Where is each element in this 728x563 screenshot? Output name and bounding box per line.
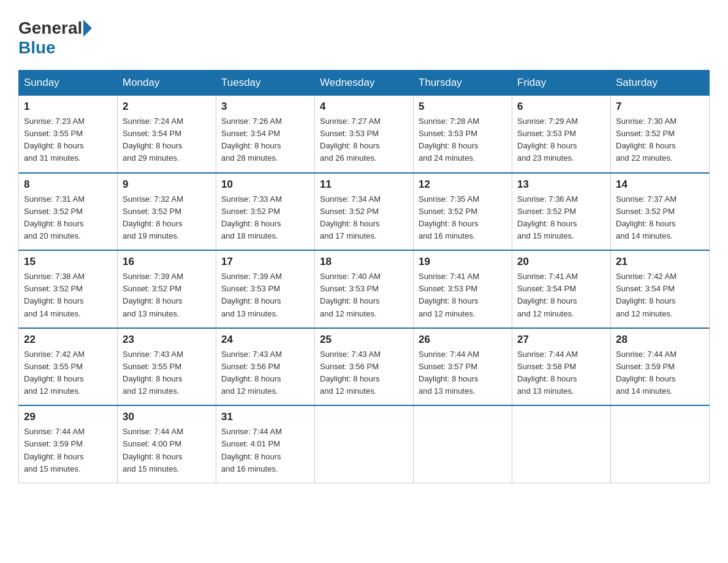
calendar-cell: 31 Sunrise: 7:44 AM Sunset: 4:01 PM Dayl… <box>216 405 315 483</box>
calendar-table: Sunday Monday Tuesday Wednesday Thursday… <box>18 70 710 483</box>
day-number: 23 <box>123 334 211 346</box>
calendar-cell: 13 Sunrise: 7:36 AM Sunset: 3:52 PM Dayl… <box>512 173 611 251</box>
day-number: 12 <box>419 178 507 191</box>
day-info: Sunrise: 7:44 AM Sunset: 4:00 PM Dayligh… <box>123 426 211 475</box>
calendar-cell: 4 Sunrise: 7:27 AM Sunset: 3:53 PM Dayli… <box>315 96 414 173</box>
logo-general-text: General <box>18 18 82 38</box>
calendar-cell: 24 Sunrise: 7:43 AM Sunset: 3:56 PM Dayl… <box>216 328 315 406</box>
day-number: 29 <box>24 411 112 423</box>
calendar-cell: 11 Sunrise: 7:34 AM Sunset: 3:52 PM Dayl… <box>315 173 414 251</box>
calendar-header: Sunday Monday Tuesday Wednesday Thursday… <box>19 71 710 96</box>
day-number: 31 <box>221 411 309 423</box>
day-number: 1 <box>24 101 112 113</box>
calendar-cell: 9 Sunrise: 7:32 AM Sunset: 3:52 PM Dayli… <box>118 173 216 251</box>
calendar-week-4: 22 Sunrise: 7:42 AM Sunset: 3:55 PM Dayl… <box>19 328 710 406</box>
day-info: Sunrise: 7:42 AM Sunset: 3:55 PM Dayligh… <box>24 348 112 398</box>
calendar-cell: 20 Sunrise: 7:41 AM Sunset: 3:54 PM Dayl… <box>512 250 611 328</box>
day-info: Sunrise: 7:33 AM Sunset: 3:52 PM Dayligh… <box>221 193 309 243</box>
page-header: General Blue <box>18 18 710 58</box>
calendar-cell: 30 Sunrise: 7:44 AM Sunset: 4:00 PM Dayl… <box>118 405 216 483</box>
calendar-cell: 28 Sunrise: 7:44 AM Sunset: 3:59 PM Dayl… <box>611 328 710 406</box>
day-info: Sunrise: 7:23 AM Sunset: 3:55 PM Dayligh… <box>24 115 112 165</box>
calendar-cell <box>512 405 611 483</box>
col-friday: Friday <box>512 71 611 96</box>
day-info: Sunrise: 7:28 AM Sunset: 3:53 PM Dayligh… <box>419 115 507 165</box>
day-info: Sunrise: 7:44 AM Sunset: 3:58 PM Dayligh… <box>517 348 605 398</box>
day-info: Sunrise: 7:32 AM Sunset: 3:52 PM Dayligh… <box>123 193 211 243</box>
day-info: Sunrise: 7:27 AM Sunset: 3:53 PM Dayligh… <box>320 115 408 165</box>
day-number: 16 <box>123 256 211 268</box>
header-row: Sunday Monday Tuesday Wednesday Thursday… <box>19 71 710 96</box>
calendar-cell: 2 Sunrise: 7:24 AM Sunset: 3:54 PM Dayli… <box>118 96 216 173</box>
day-number: 2 <box>123 101 211 113</box>
calendar-cell: 10 Sunrise: 7:33 AM Sunset: 3:52 PM Dayl… <box>216 173 315 251</box>
calendar-cell: 3 Sunrise: 7:26 AM Sunset: 3:54 PM Dayli… <box>216 96 315 173</box>
day-info: Sunrise: 7:41 AM Sunset: 3:54 PM Dayligh… <box>517 270 605 320</box>
day-number: 25 <box>320 334 408 346</box>
day-info: Sunrise: 7:26 AM Sunset: 3:54 PM Dayligh… <box>221 115 309 165</box>
calendar-cell: 5 Sunrise: 7:28 AM Sunset: 3:53 PM Dayli… <box>414 96 512 173</box>
day-number: 8 <box>24 178 112 191</box>
day-info: Sunrise: 7:39 AM Sunset: 3:52 PM Dayligh… <box>123 270 211 320</box>
day-number: 7 <box>616 101 704 113</box>
calendar-cell: 17 Sunrise: 7:39 AM Sunset: 3:53 PM Dayl… <box>216 250 315 328</box>
day-number: 13 <box>517 178 605 191</box>
day-info: Sunrise: 7:44 AM Sunset: 3:57 PM Dayligh… <box>419 348 507 398</box>
calendar-cell: 12 Sunrise: 7:35 AM Sunset: 3:52 PM Dayl… <box>414 173 512 251</box>
calendar-week-3: 15 Sunrise: 7:38 AM Sunset: 3:52 PM Dayl… <box>19 250 710 328</box>
calendar-week-2: 8 Sunrise: 7:31 AM Sunset: 3:52 PM Dayli… <box>19 173 710 251</box>
day-info: Sunrise: 7:35 AM Sunset: 3:52 PM Dayligh… <box>419 193 507 243</box>
day-info: Sunrise: 7:34 AM Sunset: 3:52 PM Dayligh… <box>320 193 408 243</box>
day-info: Sunrise: 7:31 AM Sunset: 3:52 PM Dayligh… <box>24 193 112 243</box>
day-number: 18 <box>320 256 408 268</box>
day-number: 11 <box>320 178 408 191</box>
calendar-cell: 6 Sunrise: 7:29 AM Sunset: 3:53 PM Dayli… <box>512 96 611 173</box>
calendar-cell: 23 Sunrise: 7:43 AM Sunset: 3:55 PM Dayl… <box>118 328 216 406</box>
day-number: 27 <box>517 334 605 346</box>
calendar-cell <box>315 405 414 483</box>
day-info: Sunrise: 7:44 AM Sunset: 3:59 PM Dayligh… <box>616 348 704 398</box>
day-number: 30 <box>123 411 211 423</box>
day-info: Sunrise: 7:30 AM Sunset: 3:52 PM Dayligh… <box>616 115 704 165</box>
day-info: Sunrise: 7:43 AM Sunset: 3:56 PM Dayligh… <box>320 348 408 398</box>
day-number: 4 <box>320 101 408 113</box>
day-info: Sunrise: 7:36 AM Sunset: 3:52 PM Dayligh… <box>517 193 605 243</box>
col-sunday: Sunday <box>19 71 118 96</box>
calendar-cell: 18 Sunrise: 7:40 AM Sunset: 3:53 PM Dayl… <box>315 250 414 328</box>
day-info: Sunrise: 7:42 AM Sunset: 3:54 PM Dayligh… <box>616 270 704 320</box>
calendar-cell: 1 Sunrise: 7:23 AM Sunset: 3:55 PM Dayli… <box>19 96 118 173</box>
calendar-cell: 14 Sunrise: 7:37 AM Sunset: 3:52 PM Dayl… <box>611 173 710 251</box>
calendar-cell: 21 Sunrise: 7:42 AM Sunset: 3:54 PM Dayl… <box>611 250 710 328</box>
calendar-cell: 7 Sunrise: 7:30 AM Sunset: 3:52 PM Dayli… <box>611 96 710 173</box>
day-number: 15 <box>24 256 112 268</box>
calendar-cell: 8 Sunrise: 7:31 AM Sunset: 3:52 PM Dayli… <box>19 173 118 251</box>
day-info: Sunrise: 7:40 AM Sunset: 3:53 PM Dayligh… <box>320 270 408 320</box>
logo-arrow-icon <box>83 20 92 37</box>
day-info: Sunrise: 7:29 AM Sunset: 3:53 PM Dayligh… <box>517 115 605 165</box>
day-number: 14 <box>616 178 704 191</box>
day-info: Sunrise: 7:44 AM Sunset: 4:01 PM Dayligh… <box>221 426 309 475</box>
calendar-week-5: 29 Sunrise: 7:44 AM Sunset: 3:59 PM Dayl… <box>19 405 710 483</box>
calendar-cell: 25 Sunrise: 7:43 AM Sunset: 3:56 PM Dayl… <box>315 328 414 406</box>
day-number: 26 <box>419 334 507 346</box>
day-number: 20 <box>517 256 605 268</box>
day-number: 21 <box>616 256 704 268</box>
day-number: 28 <box>616 334 704 346</box>
col-wednesday: Wednesday <box>315 71 414 96</box>
calendar-week-1: 1 Sunrise: 7:23 AM Sunset: 3:55 PM Dayli… <box>19 96 710 173</box>
day-number: 24 <box>221 334 309 346</box>
day-number: 19 <box>419 256 507 268</box>
day-number: 22 <box>24 334 112 346</box>
day-info: Sunrise: 7:41 AM Sunset: 3:53 PM Dayligh… <box>419 270 507 320</box>
calendar-cell: 15 Sunrise: 7:38 AM Sunset: 3:52 PM Dayl… <box>19 250 118 328</box>
col-tuesday: Tuesday <box>216 71 315 96</box>
col-monday: Monday <box>118 71 216 96</box>
calendar-cell: 19 Sunrise: 7:41 AM Sunset: 3:53 PM Dayl… <box>414 250 512 328</box>
calendar-cell: 29 Sunrise: 7:44 AM Sunset: 3:59 PM Dayl… <box>19 405 118 483</box>
day-number: 10 <box>221 178 309 191</box>
col-thursday: Thursday <box>414 71 512 96</box>
col-saturday: Saturday <box>611 71 710 96</box>
day-number: 3 <box>221 101 309 113</box>
day-number: 9 <box>123 178 211 191</box>
calendar-body: 1 Sunrise: 7:23 AM Sunset: 3:55 PM Dayli… <box>19 96 710 483</box>
